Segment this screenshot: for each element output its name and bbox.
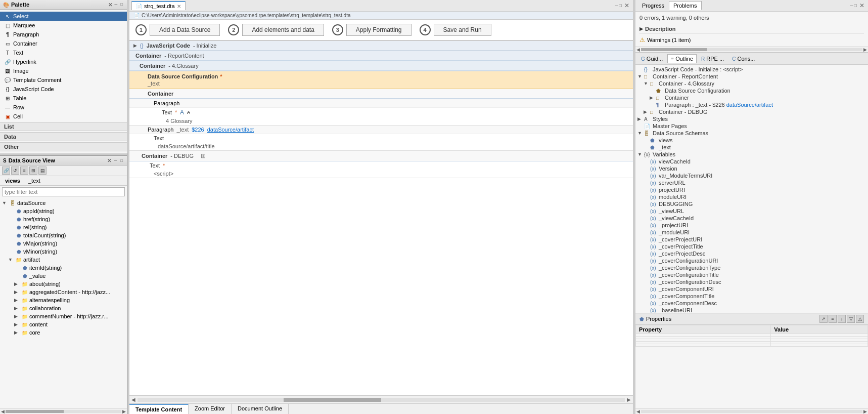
palette-item-select[interactable]: ↖ Select [0, 12, 127, 21]
oi-covercompdesc[interactable]: (x) _coverComponentDesc [635, 300, 868, 307]
ds-scroll-track[interactable] [6, 410, 121, 413]
desc-expand-icon[interactable]: ▶ [639, 26, 643, 31]
palette-item-image[interactable]: 🖼 Image [0, 66, 127, 75]
prop-btn-1[interactable]: ↗ [819, 315, 828, 323]
ds-scroll-thumb[interactable] [6, 410, 64, 413]
tree-item-aggregated[interactable]: ▶ 📁 aggregatedContent - http://jazz... [0, 288, 127, 296]
right-tab-progress[interactable]: Progress [637, 1, 669, 10]
scroll-left-arrow[interactable]: ◀ [129, 397, 138, 402]
outline-tab-cons[interactable]: C Cons... [728, 54, 758, 63]
palette-item-paragraph[interactable]: ¶ Paragraph [0, 30, 127, 39]
ds-scroll-right[interactable]: ▶ [121, 409, 127, 414]
tree-item-artifact[interactable]: ▼ 📁 artifact [0, 256, 127, 264]
tree-item-vminor[interactable]: ⬟ vMinor(string) [0, 247, 127, 256]
right-scroll-right-1[interactable]: ▶ [862, 47, 868, 52]
palette-item-table[interactable]: ⊞ Table [0, 94, 127, 103]
palette-item-text[interactable]: T Text [0, 48, 127, 57]
palette-item-row[interactable]: ― Row [0, 103, 127, 112]
js-expand-icon[interactable]: ▶ [133, 43, 137, 48]
expand-aggregated[interactable]: ▶ [14, 289, 20, 295]
right-tab-problems[interactable]: Problems [669, 1, 701, 10]
paragraph-ds-link[interactable]: dataSource/artifact [207, 127, 254, 133]
tree-item-rel[interactable]: ⬟ rel(string) [0, 223, 127, 231]
step-2-btn[interactable]: Add elements and data [242, 24, 324, 36]
oi-ds-schemas-expand[interactable]: ▼ [637, 131, 643, 136]
oi-viewurl[interactable]: (x) _viewURL [635, 208, 868, 215]
step-3[interactable]: 3 Apply Formatting [332, 24, 412, 36]
ds-tool-btn-2[interactable]: ↺ [11, 167, 19, 175]
ds-tool-btn-1[interactable]: 🔗 [2, 167, 10, 175]
step-1[interactable]: 1 Add a Data Source [135, 24, 220, 36]
outline-tab-guid[interactable]: G Guid... [637, 54, 666, 63]
expand-datasource[interactable]: ▼ [2, 200, 8, 205]
outline-tab-rpe[interactable]: R RPE ... [698, 54, 727, 63]
oi-paragraph-ds[interactable]: ¶ Paragraph : _text - $226 dataSource/ar… [635, 101, 868, 108]
tree-item-core[interactable]: ▶ 📁 core [0, 328, 127, 337]
oi-container-report[interactable]: ▼ □ Container - ReportContent [635, 73, 868, 80]
paragraph-ds-header[interactable]: Paragraph _text $226 dataSource/artifact [129, 126, 633, 134]
tree-item-about[interactable]: ▶ 📁 about(string) [0, 280, 127, 288]
expand-commentnumber[interactable]: ▶ [14, 314, 20, 319]
oi-ds-config[interactable]: ⬟ Data Source Configuration [635, 87, 868, 94]
oi-projecturi[interactable]: (x) projectURI [635, 186, 868, 193]
tree-item-value[interactable]: ⬟ _value [0, 272, 127, 280]
ds-view-close-btn[interactable]: ✕ [107, 158, 111, 163]
oi-serverurl[interactable]: (x) serverURL [635, 179, 868, 186]
oi-coverconfiguri[interactable]: (x) _coverConfigurationURI [635, 257, 868, 264]
palette-item-hyperlink[interactable]: 🔗 Hyperlink [0, 57, 127, 66]
file-tab-active[interactable]: 📄 strq_test.dta ✕ [131, 1, 186, 10]
file-tab-window-close[interactable]: ✕ [623, 2, 631, 10]
tree-item-alternate[interactable]: ▶ 📁 alternatespelling [0, 296, 127, 304]
right-h-scroll-1[interactable]: ◀ ▶ [635, 47, 868, 53]
step-1-btn[interactable]: Add a Data Source [150, 24, 220, 36]
oi-js-code[interactable]: {} JavaScript Code - Initialize : <scrip… [635, 66, 868, 73]
oi-container-glossary-expand[interactable]: ▼ [644, 81, 649, 86]
prop-btn-2[interactable]: ≡ [829, 315, 837, 323]
scroll-right-arrow[interactable]: ▶ [625, 397, 633, 402]
oi-ds-schemas[interactable]: ▼ 🗄 Data Source Schemas [635, 130, 868, 137]
right-panel-minimize[interactable]: ─ [850, 3, 853, 8]
oi-variables-expand[interactable]: ▼ [637, 152, 643, 157]
tree-item-itemid[interactable]: ⬟ itemId(string) [0, 264, 127, 272]
oi-container-report-expand[interactable]: ▼ [637, 74, 643, 79]
ds-tab-text[interactable]: _text [25, 177, 43, 184]
oi-viewcacheid[interactable]: (x) viewCacheId [635, 158, 868, 165]
oi-styles-expand[interactable]: ▶ [637, 116, 643, 121]
tree-item-totalcount[interactable]: ⬟ totalCount(string) [0, 231, 127, 239]
oi-container-debug[interactable]: ▶ □ Container - DEBUG [635, 108, 868, 115]
js-code-header[interactable]: ▶ {} JavaScript Code - Initialize [129, 41, 633, 51]
outline-tab-outline[interactable]: ≡ Outline [667, 54, 697, 63]
bottom-tab-document-outline[interactable]: Document Outline [232, 404, 289, 414]
scroll-thumb[interactable] [284, 398, 381, 402]
expand-alternate[interactable]: ▶ [14, 298, 20, 303]
oi-version[interactable]: (x) Version [635, 165, 868, 172]
step-4-btn[interactable]: Save and Run [434, 24, 491, 36]
prop-btn-5[interactable]: △ [856, 315, 864, 323]
palette-minimize-btn[interactable]: ─ [113, 2, 118, 8]
palette-item-container[interactable]: ▭ Container [0, 39, 127, 48]
right-bottom-scroll[interactable]: ◀ ▶ [635, 408, 868, 414]
oi-master-pages[interactable]: 📄 Master Pages [635, 122, 868, 130]
container-inner-header[interactable]: Container [129, 89, 633, 99]
right-scroll-thumb-1[interactable] [641, 48, 707, 51]
file-tab-minimize[interactable]: ─ [615, 3, 618, 8]
palette-item-template-comment[interactable]: 💬 Template Comment [0, 75, 127, 85]
right-panel-maximize[interactable]: □ [854, 3, 857, 8]
step-3-btn[interactable]: Apply Formatting [346, 24, 412, 36]
step-4[interactable]: 4 Save and Run [420, 24, 491, 36]
ds-config-row[interactable]: Data Source Configuration * _text [129, 71, 633, 89]
tree-item-content[interactable]: ▶ 📁 content [0, 320, 127, 328]
tree-item-datasource[interactable]: ▼ 🗄 dataSource [0, 199, 127, 207]
prop-btn-3[interactable]: ↓ [838, 315, 846, 323]
oi-covercompuri[interactable]: (x) _coverComponentURI [635, 285, 868, 293]
expand-content[interactable]: ▶ [14, 322, 20, 327]
tree-item-vmajor[interactable]: ⬟ vMajor(string) [0, 239, 127, 247]
prop-btn-4[interactable]: ▽ [847, 315, 855, 323]
tree-item-commentnumber[interactable]: ▶ 📁 commentNumber - http://jazz.r... [0, 312, 127, 320]
bottom-tab-zoom-editor[interactable]: Zoom Editor [189, 404, 232, 414]
palette-item-marquee[interactable]: ⬚ Marquee [0, 21, 127, 30]
right-bottom-track[interactable] [641, 410, 862, 413]
file-tab-maximize[interactable]: □ [619, 3, 622, 8]
oi-paragraph-ds-link[interactable]: dataSource/artifact [726, 102, 773, 108]
expand-about[interactable]: ▶ [14, 281, 20, 286]
